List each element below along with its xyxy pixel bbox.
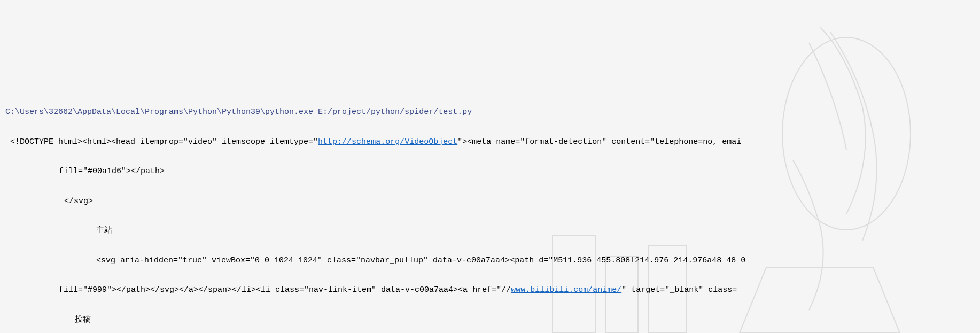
output-line: 投稿 (5, 313, 975, 328)
output-line: <!DOCTYPE html><html><head itemprop="vid… (5, 135, 975, 150)
output-line: fill="#999"></path></svg></a></span></li… (5, 283, 975, 298)
schema-link[interactable]: http://schema.org/VideoObject (318, 137, 457, 146)
bilibili-link[interactable]: www.bilibili.com/anime/ (511, 285, 621, 295)
output-line: 主站 (5, 223, 975, 238)
command-line: C:\Users\32662\AppData\Local\Programs\Py… (5, 105, 975, 120)
output-line: <svg aria-hidden="true" viewBox="0 0 102… (5, 253, 975, 268)
output-line: fill="#00a1d6"></path> (5, 164, 975, 179)
console-output: C:\Users\32662\AppData\Local\Programs\Py… (0, 89, 980, 334)
output-line: </svg> (5, 194, 975, 209)
